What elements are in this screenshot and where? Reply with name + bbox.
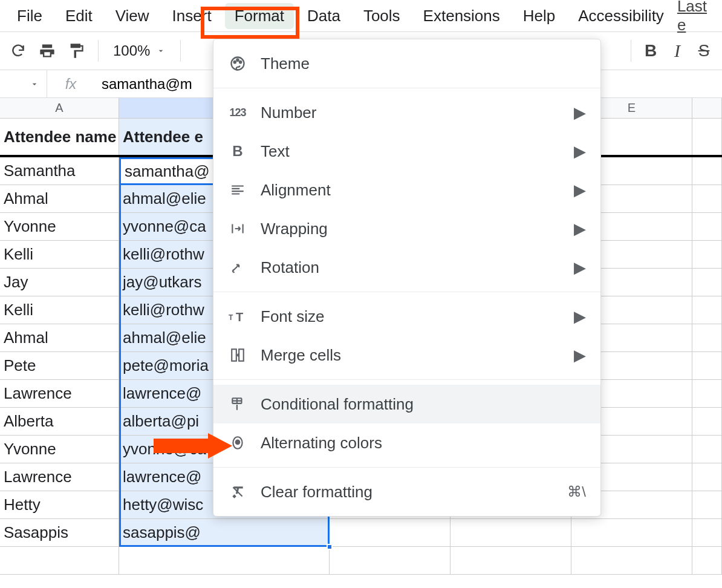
strikethrough-button[interactable]: S xyxy=(691,38,717,64)
print-icon[interactable] xyxy=(34,38,60,64)
menubar: File Edit View Insert Format Data Tools … xyxy=(0,0,722,31)
table-row: Sasappissasappis@ xyxy=(0,519,722,547)
cell[interactable]: Kelli xyxy=(0,241,119,268)
cell[interactable]: Samantha xyxy=(0,157,119,185)
menu-label: Clear formatting xyxy=(261,483,372,501)
cell[interactable] xyxy=(692,269,722,296)
cell[interactable]: Kelli xyxy=(0,296,119,324)
cell[interactable] xyxy=(692,491,722,518)
cell[interactable]: Ahmal xyxy=(0,324,119,351)
menu-wrapping[interactable]: Wrapping ▶ xyxy=(213,209,600,248)
menu-number[interactable]: 123 Number ▶ xyxy=(213,93,600,132)
col-head-f[interactable] xyxy=(692,98,722,118)
table-row xyxy=(0,547,722,575)
menu-merge-cells[interactable]: Merge cells ▶ xyxy=(213,336,600,374)
cell[interactable]: Lawrence xyxy=(0,380,119,407)
cell[interactable] xyxy=(692,296,722,324)
cell[interactable] xyxy=(692,157,722,185)
col-head-a[interactable]: A xyxy=(0,98,119,118)
selection-handle[interactable] xyxy=(327,544,333,550)
wrapping-icon xyxy=(228,219,247,238)
menu-label: Alignment xyxy=(261,181,331,200)
cell[interactable]: Jay xyxy=(0,269,119,296)
italic-button[interactable]: I xyxy=(664,38,691,64)
menu-font-size[interactable]: TT Font size ▶ xyxy=(213,297,600,336)
alignment-icon xyxy=(228,180,247,200)
cell[interactable] xyxy=(0,547,119,574)
menu-rotation[interactable]: Rotation ▶ xyxy=(213,248,600,287)
cell[interactable] xyxy=(692,519,722,546)
menu-data[interactable]: Data xyxy=(298,3,350,29)
menu-tools[interactable]: Tools xyxy=(354,3,410,29)
merge-cells-icon xyxy=(228,345,247,365)
fx-label: fx xyxy=(47,76,94,93)
name-box[interactable] xyxy=(0,70,47,97)
font-size-icon: TT xyxy=(228,307,247,326)
cell[interactable] xyxy=(692,408,722,435)
cell[interactable] xyxy=(330,519,450,546)
menu-text[interactable]: B Text ▶ xyxy=(213,132,600,171)
cell[interactable] xyxy=(692,185,722,212)
menu-alternating-colors[interactable]: Alternating colors xyxy=(213,423,600,462)
menu-help[interactable]: Help xyxy=(513,3,565,29)
cell[interactable]: Sasappis xyxy=(0,519,119,546)
menu-theme[interactable]: Theme xyxy=(213,44,600,83)
cell[interactable] xyxy=(571,547,692,574)
zoom-dropdown[interactable]: 100% xyxy=(107,42,172,59)
cell[interactable] xyxy=(692,324,722,351)
menu-insert[interactable]: Insert xyxy=(163,3,221,29)
menu-extensions[interactable]: Extensions xyxy=(414,3,510,29)
menu-separator xyxy=(213,379,600,380)
svg-rect-7 xyxy=(239,349,244,361)
cell[interactable] xyxy=(692,352,722,379)
cell[interactable] xyxy=(692,119,722,155)
cell[interactable] xyxy=(692,241,722,268)
menu-file[interactable]: File xyxy=(7,3,52,29)
cell[interactable]: Alberta xyxy=(0,408,119,435)
cell[interactable]: Hetty xyxy=(0,491,119,518)
cell[interactable] xyxy=(450,519,571,546)
menu-format[interactable]: Format xyxy=(225,3,294,29)
paint-format-icon[interactable] xyxy=(63,38,89,64)
theme-icon xyxy=(228,54,247,73)
last-edit-link[interactable]: Last e xyxy=(677,0,715,34)
menu-label: Theme xyxy=(261,54,310,73)
chevron-right-icon: ▶ xyxy=(574,181,586,200)
cell[interactable]: Yvonne xyxy=(0,213,119,240)
cell[interactable]: Yvonne xyxy=(0,436,119,463)
menu-conditional-formatting[interactable]: Conditional formatting xyxy=(213,385,600,423)
menu-view[interactable]: View xyxy=(106,3,159,29)
svg-point-9 xyxy=(236,440,240,445)
menu-label: Text xyxy=(261,142,290,161)
cell[interactable] xyxy=(119,547,330,574)
redo-icon[interactable] xyxy=(5,38,31,64)
header-cell[interactable]: Attendee name xyxy=(0,119,119,155)
menu-separator xyxy=(213,292,600,292)
menu-alignment[interactable]: Alignment ▶ xyxy=(213,171,600,209)
menu-edit[interactable]: Edit xyxy=(56,3,102,29)
menu-clear-formatting[interactable]: Clear formatting ⌘\ xyxy=(213,472,600,511)
chevron-right-icon: ▶ xyxy=(574,142,586,161)
cell[interactable] xyxy=(692,463,722,491)
menu-label: Number xyxy=(261,103,316,122)
bold-button[interactable]: B xyxy=(637,38,664,64)
cell[interactable]: sasappis@ xyxy=(119,519,330,546)
chevron-right-icon: ▶ xyxy=(574,220,586,238)
cell[interactable] xyxy=(692,213,722,240)
menu-accessibility[interactable]: Accessibility xyxy=(568,3,674,29)
clear-formatting-icon xyxy=(228,482,247,501)
cell[interactable]: Pete xyxy=(0,352,119,379)
svg-point-2 xyxy=(236,59,238,61)
menu-label: Wrapping xyxy=(261,220,328,238)
menu-label: Merge cells xyxy=(261,346,341,365)
cell[interactable] xyxy=(692,547,722,574)
cell[interactable] xyxy=(330,547,450,574)
chevron-down-icon xyxy=(30,79,39,89)
cell[interactable] xyxy=(450,547,571,574)
cell[interactable] xyxy=(692,380,722,407)
cell[interactable] xyxy=(571,519,692,546)
cell[interactable]: Ahmal xyxy=(0,185,119,212)
cell[interactable] xyxy=(692,436,722,463)
cell[interactable]: Lawrence xyxy=(0,463,119,491)
toolbar-separator xyxy=(180,40,181,62)
